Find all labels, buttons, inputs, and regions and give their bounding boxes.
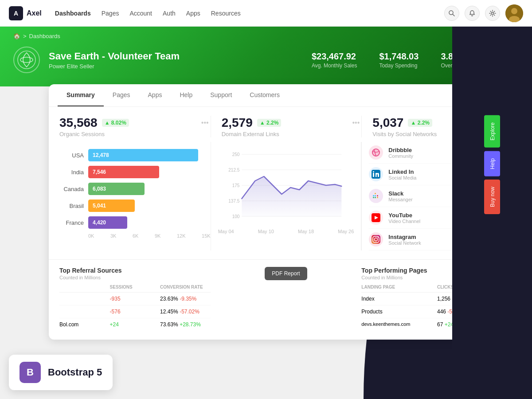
svg-rect-25 [375,193,376,194]
bar-label-france: France [59,219,84,226]
slack-icon [369,189,383,203]
nav-apps[interactable]: Apps [186,10,200,17]
bar-value-france: 4,420 [93,219,106,226]
organic-sessions-block: 35,568 ▲ 8.02% ••• Organic Sessions [59,116,211,137]
hero-title: Save Earth - Volunteer Team [49,51,180,62]
tab-apps[interactable]: Apps [139,84,171,106]
hero-logo [13,47,40,73]
youtube-icon [369,211,383,225]
hero-stat-label-spending: Today Spending [379,63,419,69]
bar-axis-0: 0K [88,233,94,239]
bar-fill-india: 7,546 [88,166,159,178]
pdf-area: PDF Report [211,260,362,331]
organic-sessions-badge: ▲ 8.02% [102,119,129,127]
right-panel: Explore Help Buy now [452,0,532,399]
tab-customers[interactable]: Customers [241,84,289,106]
x-label-2: May 10 [258,229,274,234]
bar-axis-5: 15K [202,233,211,239]
instagram-icon [369,232,383,246]
svg-rect-26 [375,195,376,196]
bar-fill-brasil: 5,041 [88,200,135,212]
line-chart: 250 212.5 175 137.5 100 [211,142,362,250]
tab-summary[interactable]: Summary [58,84,104,106]
bar-value-canada: 6,083 [93,186,106,192]
bootstrap-text: Bootstrap 5 [48,367,102,378]
nav-pages[interactable]: Pages [102,10,119,17]
referral-row-1: -935 23.63% -9.35% [59,293,211,305]
help-button[interactable]: Help [484,151,500,176]
ref-row3-name: Bol.com [59,321,110,328]
bar-fill-usa: 12,478 [88,149,198,161]
referral-subtitle: Counted in Millions [59,275,211,280]
line-chart-x-labels: May 04 May 10 May 18 May 26 [218,229,354,234]
svg-line-1 [453,14,454,16]
nav-right [444,4,523,22]
ref-row1-sessions: -935 [110,296,160,302]
svg-text:137.5: 137.5 [228,199,239,203]
bar-axis-2: 6K [133,233,138,239]
domain-links-label: Domain External Links [222,131,362,137]
nav-resources[interactable]: Resources [211,10,241,17]
organic-sessions-value: 35,568 [59,116,98,130]
bar-fill-france: 4,420 [88,216,127,229]
col-sessions: SESSIONS [110,285,160,289]
hero-stat-label-monthly: Avg. Monthly Sales [312,63,357,69]
bar-row-usa: USA 12,478 [59,149,211,161]
svg-text:212.5: 212.5 [228,168,239,172]
nav-links: Dashboards Pages Account Auth Apps Resou… [55,10,241,17]
organic-sessions-label: Organic Sessions [59,131,211,137]
nav-dashboards[interactable]: Dashboards [55,10,91,17]
bar-label-brasil: Brasil [59,203,84,209]
tab-support[interactable]: Support [201,84,241,106]
hero-stat-spending: $1,748.03 Today Spending [379,51,419,69]
referral-sources: Top Referral Sources Counted in Millions… [59,260,211,331]
bar-track-canada: 6,083 [88,183,211,195]
navbar: A Axel Dashboards Pages Account Auth App… [0,0,532,27]
referral-title: Top Referral Sources [59,267,211,274]
nav-account[interactable]: Account [129,10,152,17]
hero-info: Save Earth - Volunteer Team Power Elite … [49,51,180,70]
bar-label-canada: Canada [59,186,84,192]
referral-row-2: -576 12.45% -57.02% [59,305,211,318]
bar-track-usa: 12,478 [88,149,211,161]
tab-help[interactable]: Help [171,84,201,106]
bootstrap-icon: B [20,362,41,383]
domain-links-badge: ▲ 2.2% [257,119,282,127]
nav-auth[interactable]: Auth [163,10,176,17]
tab-pages[interactable]: Pages [104,84,139,106]
bar-label-india: India [59,169,84,176]
bar-fill-canada: 6,083 [88,183,145,195]
search-button[interactable] [444,6,459,21]
hero-content: Save Earth - Volunteer Team Power Elite … [13,47,519,73]
line-chart-svg: 250 212.5 175 137.5 100 [218,145,354,225]
svg-point-4 [511,8,517,14]
svg-point-35 [378,237,379,238]
page-1-name: Index [361,296,437,302]
explore-button[interactable]: Explore [484,115,500,148]
breadcrumb-separator: > [23,33,27,39]
svg-point-22 [373,171,374,172]
logo-icon: A [9,6,23,20]
nav-logo[interactable]: A Axel [9,6,42,20]
svg-rect-28 [377,195,378,196]
svg-point-7 [20,57,33,63]
social-visits-value: 5,037 [372,116,403,130]
bar-value-usa: 12,478 [93,152,109,158]
buy-button[interactable]: Buy now [484,180,500,214]
breadcrumb-home: 🏠 [13,33,20,39]
domain-links-more[interactable]: ••• [351,117,362,129]
bar-axis-3: 9K [155,233,160,239]
notifications-button[interactable] [465,6,480,21]
user-avatar[interactable] [505,4,523,22]
col-landing: LANDING PAGE [361,285,437,289]
pdf-report-button[interactable]: PDF Report [265,267,307,280]
bar-track-brasil: 5,041 [88,200,211,212]
dribbble-icon [369,145,383,160]
settings-button[interactable] [485,6,500,21]
organic-sessions-more[interactable]: ••• [200,117,211,129]
bar-axis-1: 3K [110,233,116,239]
breadcrumb: 🏠 > Dashboards [13,27,519,47]
bar-track-india: 7,546 [88,166,211,178]
linkedin-icon [369,167,383,181]
breadcrumb-current: Dashboards [29,33,60,39]
